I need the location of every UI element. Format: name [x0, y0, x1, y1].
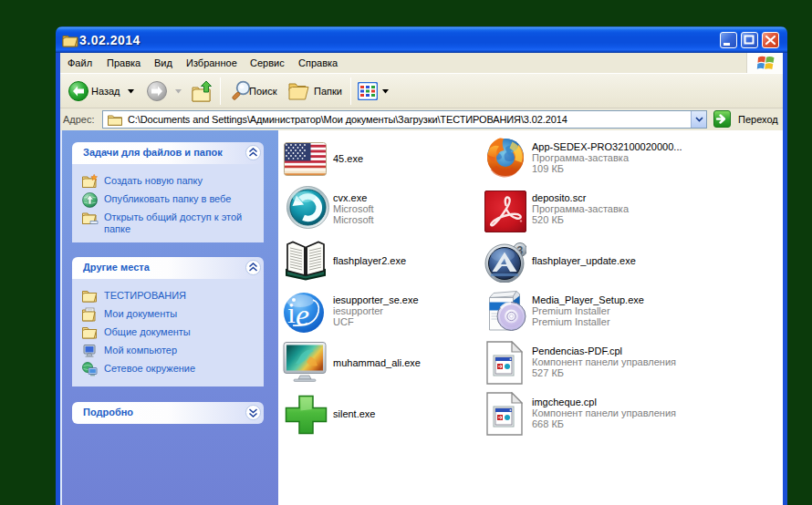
- svg-text:e: e: [296, 298, 309, 332]
